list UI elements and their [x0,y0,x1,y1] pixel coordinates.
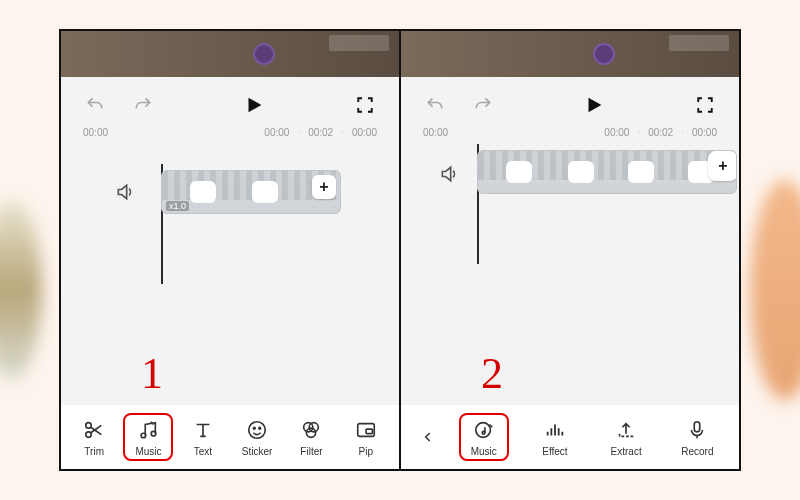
svg-point-1 [86,432,92,438]
playback-controls [401,77,739,127]
tool-music[interactable]: Music [459,413,509,461]
ruler-dot: · [681,127,684,138]
tool-extract[interactable]: Extract [601,417,651,457]
scissors-icon [81,417,107,443]
undo-button[interactable] [83,93,107,117]
tool-label: Music [135,446,161,457]
time-mark: 00:00 [352,127,377,138]
svg-point-0 [86,423,92,429]
speaker-icon[interactable] [439,164,459,184]
tool-label: Pip [359,446,373,457]
music-circle-icon [471,417,497,443]
watermark [669,35,729,51]
time-ruler: 00:00 00:00 · 00:02 · 00:00 [401,127,739,146]
tool-sticker[interactable]: Sticker [232,417,282,457]
text-icon [190,417,216,443]
time-ruler: 00:00 00:00 · 00:02 · 00:00 [61,127,399,146]
time-mark: 00:02 [308,127,333,138]
tool-effect[interactable]: Effect [530,417,580,457]
time-mark: 00:00 [264,127,289,138]
panel-step-2: 00:00 00:00 · 00:02 · 00:00 + 2 Musi [399,31,739,469]
toolbar: Music Effect Extract Record [401,405,739,469]
tool-label: Music [471,446,497,457]
time-mark: 00:00 [692,127,717,138]
video-preview [61,31,399,77]
ruler-dot: · [297,127,300,138]
svg-rect-11 [366,429,372,434]
svg-point-12 [476,423,491,438]
panel-step-1: 00:00 00:00 · 00:02 · 00:00 x1.0 + 1 Tri… [61,31,399,469]
pip-icon [353,417,379,443]
tool-text[interactable]: Text [178,417,228,457]
redo-button[interactable] [471,93,495,117]
add-clip-button[interactable]: + [708,151,737,181]
speed-badge: x1.0 [166,201,189,211]
tool-pip[interactable]: Pip [341,417,391,457]
mic-icon [684,417,710,443]
time-mark: 00:02 [648,127,673,138]
watermark [329,35,389,51]
clip-frame [628,161,654,183]
svg-point-3 [152,431,157,436]
ruler-dot: · [637,127,640,138]
time-start: 00:00 [83,127,108,138]
bg-smear-left [0,200,42,380]
toolbar: Trim Music Text Sticker Filter Pip [61,405,399,469]
timeline-track[interactable]: + [401,146,739,266]
svg-point-9 [307,428,316,437]
tool-label: Sticker [242,446,273,457]
add-clip-button[interactable]: + [312,175,336,199]
tool-label: Extract [611,446,642,457]
clip-frame [568,161,594,183]
tool-label: Trim [84,446,104,457]
clip-frame [190,181,216,203]
svg-rect-14 [695,422,701,432]
svg-point-13 [482,431,485,434]
timeline-track[interactable]: x1.0 + [61,146,399,266]
video-clip[interactable]: + [477,150,737,194]
undo-button[interactable] [423,93,447,117]
svg-point-4 [249,422,266,439]
svg-point-6 [259,427,261,429]
sticker-icon [244,417,270,443]
time-start: 00:00 [423,127,448,138]
tool-record[interactable]: Record [672,417,722,457]
play-button[interactable] [242,93,266,117]
svg-point-2 [142,433,147,438]
clip-frame [252,181,278,203]
filter-icon [298,417,324,443]
fullscreen-button[interactable] [693,93,717,117]
tool-music[interactable]: Music [123,413,173,461]
equalizer-icon [542,417,568,443]
video-clip[interactable]: x1.0 + [161,170,341,214]
redo-button[interactable] [131,93,155,117]
tool-label: Filter [300,446,322,457]
svg-point-5 [253,427,255,429]
video-preview [401,31,739,77]
fullscreen-button[interactable] [353,93,377,117]
tutorial-frame: 00:00 00:00 · 00:02 · 00:00 x1.0 + 1 Tri… [59,29,741,471]
extract-icon [613,417,639,443]
playback-controls [61,77,399,127]
tool-filter[interactable]: Filter [286,417,336,457]
music-note-icon [135,417,161,443]
step-number: 2 [481,348,503,399]
tool-label: Record [681,446,713,457]
back-button[interactable] [418,430,438,444]
play-button[interactable] [582,93,606,117]
tool-label: Text [194,446,212,457]
svg-point-8 [310,423,319,432]
ruler-dot: · [341,127,344,138]
time-mark: 00:00 [604,127,629,138]
tool-trim[interactable]: Trim [69,417,119,457]
bg-smear-right [750,180,800,400]
step-number: 1 [141,348,163,399]
tool-label: Effect [542,446,567,457]
speaker-icon[interactable] [115,182,135,202]
clip-frame [506,161,532,183]
